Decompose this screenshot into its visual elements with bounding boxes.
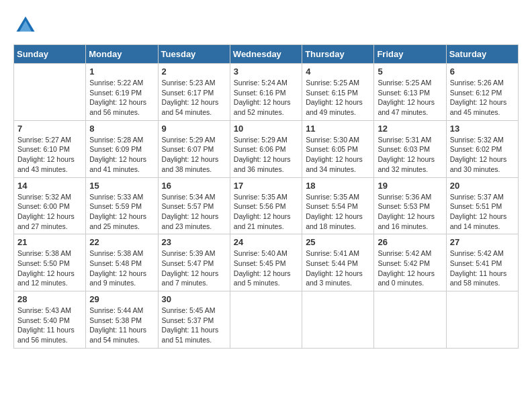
calendar-cell: 21Sunrise: 5:38 AM Sunset: 5:50 PM Dayli… <box>14 234 86 291</box>
calendar-cell <box>446 291 518 349</box>
calendar-cell <box>374 291 446 349</box>
day-info: Sunrise: 5:40 AM Sunset: 5:45 PM Dayligh… <box>234 248 298 288</box>
day-info: Sunrise: 5:35 AM Sunset: 5:56 PM Dayligh… <box>234 192 298 232</box>
day-info: Sunrise: 5:25 AM Sunset: 6:13 PM Dayligh… <box>378 78 442 118</box>
calendar-cell: 29Sunrise: 5:44 AM Sunset: 5:38 PM Dayli… <box>86 291 158 349</box>
column-header-monday: Monday <box>86 45 158 64</box>
day-info: Sunrise: 5:27 AM Sunset: 6:10 PM Dayligh… <box>17 135 82 175</box>
calendar-cell: 5Sunrise: 5:25 AM Sunset: 6:13 PM Daylig… <box>374 64 446 121</box>
day-number: 13 <box>450 124 515 134</box>
calendar-header-row: SundayMondayTuesdayWednesdayThursdayFrid… <box>14 45 519 64</box>
column-header-sunday: Sunday <box>14 45 86 64</box>
calendar-cell <box>302 291 374 349</box>
day-number: 4 <box>306 66 370 77</box>
calendar-cell: 10Sunrise: 5:29 AM Sunset: 6:06 PM Dayli… <box>230 120 302 177</box>
day-info: Sunrise: 5:34 AM Sunset: 5:57 PM Dayligh… <box>162 192 226 232</box>
day-info: Sunrise: 5:36 AM Sunset: 5:53 PM Dayligh… <box>378 192 442 232</box>
column-header-thursday: Thursday <box>302 45 374 64</box>
calendar-cell: 11Sunrise: 5:30 AM Sunset: 6:05 PM Dayli… <box>302 120 374 177</box>
day-number: 18 <box>306 181 370 191</box>
column-header-friday: Friday <box>374 45 446 64</box>
logo-icon <box>13 13 38 38</box>
calendar-cell: 8Sunrise: 5:28 AM Sunset: 6:09 PM Daylig… <box>86 120 158 177</box>
day-info: Sunrise: 5:37 AM Sunset: 5:51 PM Dayligh… <box>450 192 515 232</box>
day-number: 28 <box>17 294 82 304</box>
week-row-3: 14Sunrise: 5:32 AM Sunset: 6:00 PM Dayli… <box>14 177 519 234</box>
column-header-saturday: Saturday <box>446 45 518 64</box>
day-number: 5 <box>378 66 442 77</box>
day-info: Sunrise: 5:43 AM Sunset: 5:40 PM Dayligh… <box>17 306 82 345</box>
calendar-cell: 25Sunrise: 5:41 AM Sunset: 5:44 PM Dayli… <box>302 234 374 291</box>
calendar-cell: 15Sunrise: 5:33 AM Sunset: 5:59 PM Dayli… <box>86 177 158 234</box>
day-number: 26 <box>378 237 442 247</box>
day-number: 20 <box>450 181 515 191</box>
day-info: Sunrise: 5:30 AM Sunset: 6:05 PM Dayligh… <box>306 135 370 175</box>
calendar-cell: 24Sunrise: 5:40 AM Sunset: 5:45 PM Dayli… <box>230 234 302 291</box>
day-info: Sunrise: 5:28 AM Sunset: 6:09 PM Dayligh… <box>89 135 154 175</box>
day-info: Sunrise: 5:25 AM Sunset: 6:15 PM Dayligh… <box>306 78 370 118</box>
logo <box>13 13 42 38</box>
week-row-1: 1Sunrise: 5:22 AM Sunset: 6:19 PM Daylig… <box>14 64 519 121</box>
calendar-cell: 13Sunrise: 5:32 AM Sunset: 6:02 PM Dayli… <box>446 120 518 177</box>
day-info: Sunrise: 5:33 AM Sunset: 5:59 PM Dayligh… <box>89 192 154 232</box>
calendar-cell: 4Sunrise: 5:25 AM Sunset: 6:15 PM Daylig… <box>302 64 374 121</box>
day-number: 14 <box>17 181 82 191</box>
day-number: 19 <box>378 181 442 191</box>
day-info: Sunrise: 5:42 AM Sunset: 5:42 PM Dayligh… <box>378 248 442 288</box>
day-number: 12 <box>378 124 442 134</box>
calendar-cell: 17Sunrise: 5:35 AM Sunset: 5:56 PM Dayli… <box>230 177 302 234</box>
day-number: 24 <box>234 237 298 247</box>
calendar-cell: 20Sunrise: 5:37 AM Sunset: 5:51 PM Dayli… <box>446 177 518 234</box>
calendar-cell: 28Sunrise: 5:43 AM Sunset: 5:40 PM Dayli… <box>14 291 86 349</box>
calendar-cell: 1Sunrise: 5:22 AM Sunset: 6:19 PM Daylig… <box>86 64 158 121</box>
calendar-cell: 18Sunrise: 5:35 AM Sunset: 5:54 PM Dayli… <box>302 177 374 234</box>
day-number: 22 <box>89 237 154 247</box>
calendar-cell: 6Sunrise: 5:26 AM Sunset: 6:12 PM Daylig… <box>446 64 518 121</box>
day-info: Sunrise: 5:26 AM Sunset: 6:12 PM Dayligh… <box>450 78 515 118</box>
day-info: Sunrise: 5:23 AM Sunset: 6:17 PM Dayligh… <box>162 78 226 118</box>
day-info: Sunrise: 5:42 AM Sunset: 5:41 PM Dayligh… <box>450 248 515 288</box>
calendar-table: SundayMondayTuesdayWednesdayThursdayFrid… <box>13 44 519 349</box>
day-number: 7 <box>17 124 82 134</box>
day-number: 11 <box>306 124 370 134</box>
day-number: 15 <box>89 181 154 191</box>
day-number: 1 <box>89 66 154 77</box>
column-header-wednesday: Wednesday <box>230 45 302 64</box>
day-number: 8 <box>89 124 154 134</box>
day-info: Sunrise: 5:35 AM Sunset: 5:54 PM Dayligh… <box>306 192 370 232</box>
day-info: Sunrise: 5:29 AM Sunset: 6:07 PM Dayligh… <box>162 135 226 175</box>
day-info: Sunrise: 5:38 AM Sunset: 5:50 PM Dayligh… <box>17 248 82 288</box>
day-info: Sunrise: 5:31 AM Sunset: 6:03 PM Dayligh… <box>378 135 442 175</box>
day-info: Sunrise: 5:38 AM Sunset: 5:48 PM Dayligh… <box>89 248 154 288</box>
calendar-cell: 7Sunrise: 5:27 AM Sunset: 6:10 PM Daylig… <box>14 120 86 177</box>
day-number: 10 <box>234 124 298 134</box>
calendar-cell: 22Sunrise: 5:38 AM Sunset: 5:48 PM Dayli… <box>86 234 158 291</box>
day-info: Sunrise: 5:45 AM Sunset: 5:37 PM Dayligh… <box>162 306 226 345</box>
column-header-tuesday: Tuesday <box>158 45 230 64</box>
calendar-cell: 2Sunrise: 5:23 AM Sunset: 6:17 PM Daylig… <box>158 64 230 121</box>
day-number: 2 <box>162 66 226 77</box>
day-number: 16 <box>162 181 226 191</box>
day-info: Sunrise: 5:32 AM Sunset: 6:02 PM Dayligh… <box>450 135 515 175</box>
week-row-2: 7Sunrise: 5:27 AM Sunset: 6:10 PM Daylig… <box>14 120 519 177</box>
day-info: Sunrise: 5:22 AM Sunset: 6:19 PM Dayligh… <box>89 78 154 118</box>
day-number: 25 <box>306 237 370 247</box>
day-info: Sunrise: 5:44 AM Sunset: 5:38 PM Dayligh… <box>89 306 154 345</box>
calendar-cell: 30Sunrise: 5:45 AM Sunset: 5:37 PM Dayli… <box>158 291 230 349</box>
calendar-cell: 27Sunrise: 5:42 AM Sunset: 5:41 PM Dayli… <box>446 234 518 291</box>
calendar-cell: 16Sunrise: 5:34 AM Sunset: 5:57 PM Dayli… <box>158 177 230 234</box>
day-info: Sunrise: 5:24 AM Sunset: 6:16 PM Dayligh… <box>234 78 298 118</box>
day-number: 29 <box>89 294 154 304</box>
calendar-cell: 3Sunrise: 5:24 AM Sunset: 6:16 PM Daylig… <box>230 64 302 121</box>
calendar-cell: 23Sunrise: 5:39 AM Sunset: 5:47 PM Dayli… <box>158 234 230 291</box>
day-number: 27 <box>450 237 515 247</box>
calendar-cell: 14Sunrise: 5:32 AM Sunset: 6:00 PM Dayli… <box>14 177 86 234</box>
day-info: Sunrise: 5:32 AM Sunset: 6:00 PM Dayligh… <box>17 192 82 232</box>
calendar-cell <box>230 291 302 349</box>
day-number: 9 <box>162 124 226 134</box>
week-row-4: 21Sunrise: 5:38 AM Sunset: 5:50 PM Dayli… <box>14 234 519 291</box>
calendar-cell: 9Sunrise: 5:29 AM Sunset: 6:07 PM Daylig… <box>158 120 230 177</box>
day-number: 6 <box>450 66 515 77</box>
day-number: 23 <box>162 237 226 247</box>
calendar-cell: 26Sunrise: 5:42 AM Sunset: 5:42 PM Dayli… <box>374 234 446 291</box>
